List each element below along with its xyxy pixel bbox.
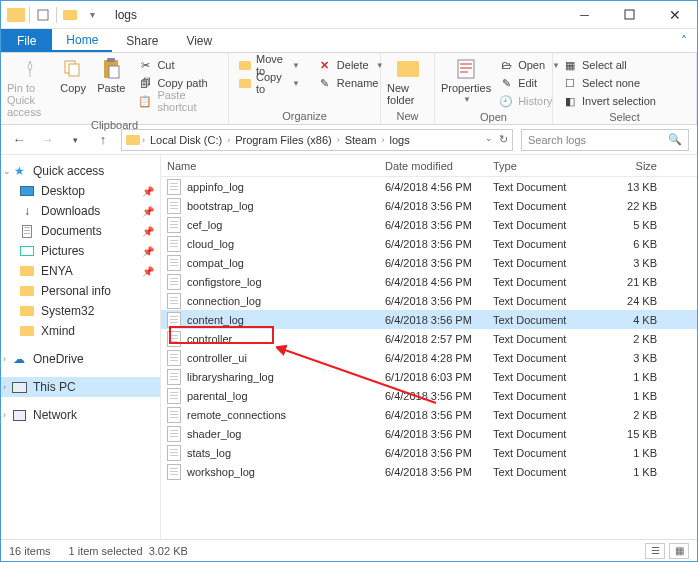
sidebar-this-pc[interactable]: ›This PC (1, 377, 160, 397)
select-none-button[interactable]: ☐Select none (559, 74, 660, 92)
file-type: Text Document (493, 257, 607, 269)
text-file-icon (167, 274, 181, 290)
address-dropdown-icon[interactable]: ⌄ (485, 133, 493, 146)
tab-share[interactable]: Share (112, 29, 172, 52)
search-input[interactable]: Search logs 🔍 (521, 129, 689, 151)
file-row[interactable]: librarysharing_log 6/1/2018 6:03 PM Text… (161, 367, 697, 386)
crumb[interactable]: Local Disk (C:) (147, 134, 225, 146)
view-large-button[interactable]: ▦ (669, 543, 689, 559)
forward-button[interactable]: → (37, 130, 57, 150)
select-all-icon: ▦ (563, 58, 577, 72)
tab-home[interactable]: Home (52, 29, 112, 52)
file-name: workshop_log (187, 466, 255, 478)
tab-file[interactable]: File (1, 29, 52, 52)
file-size: 22 KB (607, 200, 667, 212)
file-size: 4 KB (607, 314, 667, 326)
file-row[interactable]: parental_log 6/4/2018 3:56 PM Text Docum… (161, 386, 697, 405)
delete-button[interactable]: ✕Delete▼ (314, 56, 388, 74)
qat-newfolder-icon[interactable] (61, 6, 79, 24)
column-size[interactable]: Size (607, 160, 667, 172)
text-file-icon (167, 293, 181, 309)
view-details-button[interactable]: ☰ (645, 543, 665, 559)
file-row[interactable]: stats_log 6/4/2018 3:56 PM Text Document… (161, 443, 697, 462)
file-row[interactable]: controller 6/4/2018 2:57 PM Text Documen… (161, 329, 697, 348)
file-row[interactable]: shader_log 6/4/2018 3:56 PM Text Documen… (161, 424, 697, 443)
invert-selection-button[interactable]: ◧Invert selection (559, 92, 660, 110)
sidebar-item[interactable]: Xmind (1, 321, 160, 341)
recent-dropdown[interactable]: ▾ (65, 130, 85, 150)
sidebar-item-label: Xmind (41, 324, 75, 338)
file-row[interactable]: compat_log 6/4/2018 3:56 PM Text Documen… (161, 253, 697, 272)
sidebar-item[interactable]: ↓Downloads📌 (1, 201, 160, 221)
sidebar-item[interactable]: ENYA📌 (1, 261, 160, 281)
file-size: 1 KB (607, 390, 667, 402)
properties-icon (452, 57, 480, 81)
file-row[interactable]: cef_log 6/4/2018 3:56 PM Text Document 5… (161, 215, 697, 234)
file-row[interactable]: workshop_log 6/4/2018 3:56 PM Text Docum… (161, 462, 697, 481)
text-file-icon (167, 198, 181, 214)
file-row[interactable]: appinfo_log 6/4/2018 4:56 PM Text Docume… (161, 177, 697, 196)
sidebar-item[interactable]: Pictures📌 (1, 241, 160, 261)
file-row[interactable]: connection_log 6/4/2018 3:56 PM Text Doc… (161, 291, 697, 310)
text-file-icon (167, 312, 181, 328)
crumb[interactable]: Steam (342, 134, 380, 146)
file-size: 1 KB (607, 371, 667, 383)
file-size: 2 KB (607, 409, 667, 421)
sidebar-item[interactable]: Desktop📌 (1, 181, 160, 201)
file-row[interactable]: content_log 6/4/2018 3:56 PM Text Docume… (161, 310, 697, 329)
column-type[interactable]: Type (493, 160, 607, 172)
file-type: Text Document (493, 219, 607, 231)
column-name[interactable]: Name (167, 160, 385, 172)
sidebar-item-icon (19, 323, 35, 339)
copy-to-button[interactable]: Copy to▼ (235, 74, 304, 92)
sidebar-quick-access[interactable]: ⌄★Quick access (1, 161, 160, 181)
file-name: shader_log (187, 428, 241, 440)
group-open-label: Open (441, 110, 546, 125)
sidebar-item[interactable]: Documents📌 (1, 221, 160, 241)
text-file-icon (167, 179, 181, 195)
file-row[interactable]: configstore_log 6/4/2018 4:56 PM Text Do… (161, 272, 697, 291)
file-row[interactable]: cloud_log 6/4/2018 3:56 PM Text Document… (161, 234, 697, 253)
rename-button[interactable]: ✎Rename (314, 74, 388, 92)
column-date[interactable]: Date modified (385, 160, 493, 172)
sidebar-item[interactable]: Personal info (1, 281, 160, 301)
close-button[interactable]: ✕ (652, 1, 697, 29)
invert-selection-icon: ◧ (563, 94, 577, 108)
network-icon (11, 407, 27, 423)
tab-view[interactable]: View (172, 29, 226, 52)
back-button[interactable]: ← (9, 130, 29, 150)
paste-shortcut-button[interactable]: 📋Paste shortcut (134, 92, 222, 110)
address-bar[interactable]: › Local Disk (C:)› Program Files (x86)› … (121, 129, 513, 151)
file-date: 6/4/2018 3:56 PM (385, 409, 493, 421)
crumb[interactable]: logs (387, 134, 413, 146)
maximize-button[interactable] (607, 1, 652, 29)
file-type: Text Document (493, 295, 607, 307)
minimize-button[interactable]: ─ (562, 1, 607, 29)
file-date: 6/4/2018 4:28 PM (385, 352, 493, 364)
crumb[interactable]: Program Files (x86) (232, 134, 335, 146)
paste-icon (97, 57, 125, 81)
file-row[interactable]: bootstrap_log 6/4/2018 3:56 PM Text Docu… (161, 196, 697, 215)
ribbon-toggle-icon[interactable]: ˄ (671, 29, 697, 52)
sidebar-network[interactable]: ›Network (1, 405, 160, 425)
select-all-button[interactable]: ▦Select all (559, 56, 660, 74)
properties-button[interactable]: Properties▼ (441, 55, 491, 104)
refresh-icon[interactable]: ↻ (499, 133, 508, 146)
file-row[interactable]: remote_connections 6/4/2018 3:56 PM Text… (161, 405, 697, 424)
column-headers: Name Date modified Type Size (161, 155, 697, 177)
paste-button[interactable]: Paste (94, 55, 128, 94)
sidebar-onedrive[interactable]: ›☁OneDrive (1, 349, 160, 369)
file-list: Name Date modified Type Size appinfo_log… (161, 155, 697, 539)
copy-button[interactable]: Copy (56, 55, 90, 94)
file-date: 6/4/2018 4:56 PM (385, 181, 493, 193)
file-row[interactable]: controller_ui 6/4/2018 4:28 PM Text Docu… (161, 348, 697, 367)
file-name: stats_log (187, 447, 231, 459)
qat-properties-icon[interactable] (34, 6, 52, 24)
new-folder-button[interactable]: New folder (387, 55, 428, 106)
pin-to-quickaccess-button[interactable]: Pin to Quick access (7, 55, 52, 118)
up-button[interactable]: ↑ (93, 130, 113, 150)
cut-button[interactable]: ✂Cut (134, 56, 222, 74)
sidebar-item[interactable]: System32 (1, 301, 160, 321)
qat-dropdown-icon[interactable]: ▾ (83, 6, 101, 24)
open-icon: 🗁 (499, 58, 513, 72)
